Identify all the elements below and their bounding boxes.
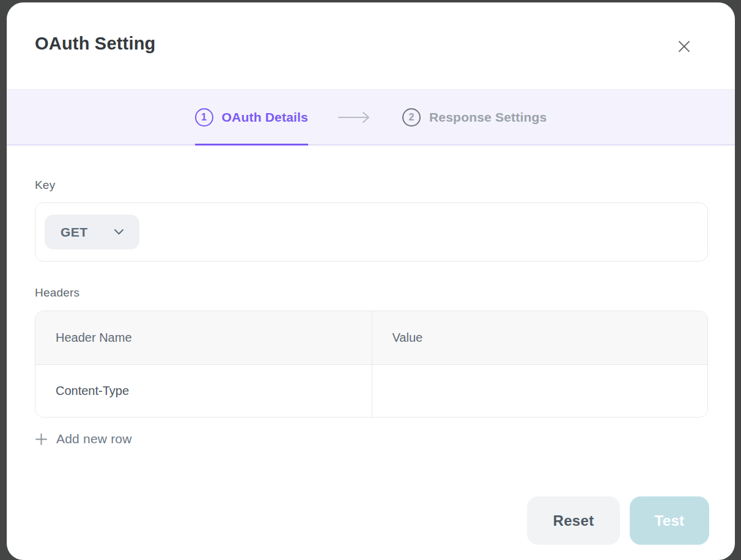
step-2-label: Response Settings	[429, 110, 547, 125]
step-arrow-icon	[337, 111, 373, 123]
headers-section-label: Headers	[35, 286, 79, 300]
http-method-selector[interactable]: GET	[45, 215, 139, 249]
header-name-cell[interactable]: Content-Type	[35, 365, 372, 417]
column-header-value: Value	[372, 311, 708, 364]
key-field-label: Key	[35, 179, 55, 192]
key-field: GET	[35, 202, 708, 262]
http-method-value: GET	[61, 225, 88, 240]
chevron-down-icon	[114, 229, 124, 235]
headers-table-header-row: Header Name Value	[35, 311, 707, 365]
plus-icon	[35, 433, 48, 446]
dialog-title: OAuth Setting	[35, 34, 156, 54]
column-header-header-name: Header Name	[35, 311, 372, 364]
modal-backdrop: OAuth Setting 1 OAuth Details	[0, 0, 741, 560]
stepper-step-oauth-details[interactable]: 1 OAuth Details	[195, 90, 308, 144]
close-button[interactable]	[672, 34, 696, 59]
reset-button[interactable]: Reset	[527, 496, 620, 545]
test-button[interactable]: Test	[630, 496, 709, 545]
step-1-label: OAuth Details	[222, 110, 308, 125]
key-input[interactable]	[149, 214, 695, 251]
headers-table: Header Name Value Content-Type	[35, 311, 708, 418]
oauth-setting-dialog: OAuth Setting 1 OAuth Details	[7, 2, 735, 560]
step-1-number-badge: 1	[195, 108, 213, 127]
add-new-row-label: Add new row	[56, 432, 132, 446]
table-row: Content-Type	[35, 365, 707, 417]
stepper-step-response-settings[interactable]: 2 Response Settings	[402, 90, 547, 144]
header-value-cell[interactable]	[372, 365, 708, 417]
add-new-row-button[interactable]: Add new row	[35, 432, 132, 446]
close-icon	[677, 40, 691, 53]
stepper-bar: 1 OAuth Details 2 Response Settings	[7, 89, 735, 146]
step-2-number-badge: 2	[402, 108, 421, 127]
active-step-underline	[195, 144, 308, 146]
